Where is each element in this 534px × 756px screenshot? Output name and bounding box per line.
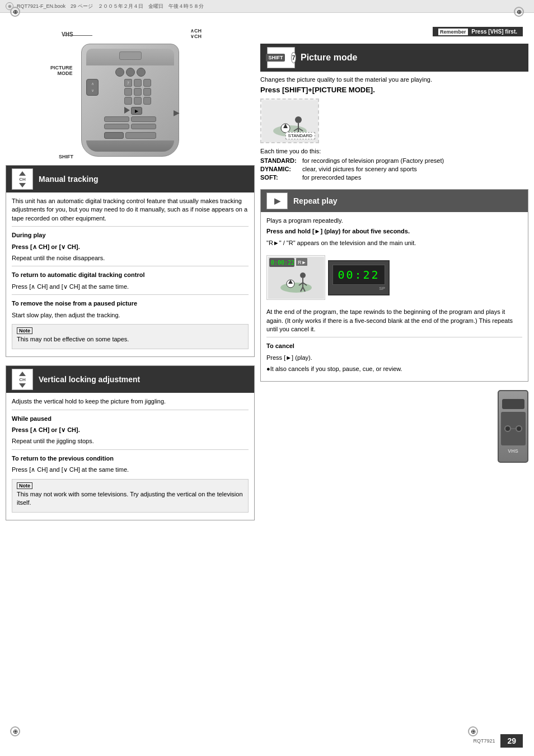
remote-num-6 [143,88,151,96]
picture-mode-section: SHIFT + 7 Picture mode Changes the pictu… [260,44,528,181]
picture-mode-title: Picture mode [301,53,357,63]
corner-mark-top-left-2: ⊕ [10,7,20,17]
repeat-images-row: 0:00:22 R► 00:22 SP [266,251,522,304]
note-text-2: This may not work with some televisions.… [17,490,243,508]
remote-play-button[interactable]: ▶ [131,107,142,115]
picture-mode-instruction: Press [SHIFT]+[PICTURE MODE]. [260,86,528,94]
ch-rocker-icon: CH [12,168,33,190]
divider-vl-2 [12,449,249,450]
return-auto-text: Press [∧ CH] and [∨ CH] at the same time… [12,283,249,291]
remember-label: Remember [438,29,468,35]
remote-num-row-2 [101,88,174,96]
soft-key: SOFT: [260,174,299,181]
remote-wide-btn-2 [131,116,156,122]
ch-rocker-icon-2: CH [12,369,33,390]
while-paused-instruction: Press [∧ CH] or [∨ CH]. [12,426,249,434]
each-time-label: Each time you do this: [260,148,528,154]
remote-num-9 [143,79,151,87]
svg-text:R►: R► [298,260,306,265]
divider-3 [12,294,249,295]
soft-value: for prerecorded tapes [302,174,361,181]
while-paused-note: Repeat until the jiggling stops. [12,437,249,445]
soccer-illustration: STANDARD [260,98,319,143]
cassette-tape [511,428,516,429]
remote-top-button [119,51,142,60]
dynamic-key: DYNAMIC: [260,166,299,172]
vhs-line [64,35,92,36]
remote-num-7: 7 [124,79,132,87]
svg-text:0:00:22: 0:00:22 [271,260,294,266]
display-unit: 00:22 SP [328,260,390,295]
dynamic-value: clear, vivid pictures for scenery and sp… [302,166,417,172]
remote-shift-button[interactable] [104,132,124,139]
remember-text: Press [VHS] first. [471,29,517,35]
standard-value: for recordings of television program (Fa… [302,157,444,164]
picture-mode-desc: Changes the picture quality to suit the … [260,76,528,83]
remote-middle-section: ∧ ∨ 7 [86,79,174,105]
play-icon-box: ▶ [266,192,288,209]
cassette-reel-2 [516,425,522,432]
remote-btn-1 [115,68,124,77]
remote-wide-btn-4 [131,124,156,129]
soccer-repeat-img: 0:00:22 R► [266,255,325,300]
footer: RQT7921 29 [473,734,523,748]
divider-vl-1 [12,410,249,410]
main-layout: VHS ∧CH∨CH PICTUREMODE SHIFT [0,13,534,534]
remote-top [86,49,174,65]
picture-mode-icon: SHIFT + 7 [267,47,295,68]
cancel-instruction: Press [►] (play). [266,354,522,362]
remote-wide-row [86,116,174,122]
cassette-body [501,412,526,445]
remote-shift-row [86,132,174,139]
to-cancel-label: To cancel [266,342,522,350]
page-code: RQT7921 [473,738,495,744]
corner-mark-bottom-left: ⊕ [10,726,20,736]
manual-tracking-note-box: Note This may not be effective on some t… [12,324,249,349]
vhs-cassette-image: VHS [498,390,528,463]
repeat-play-title: Repeat play [293,196,338,205]
remote-wide-row-2 [86,124,174,129]
ch-down-arrow-icon-2 [19,383,26,388]
remember-bar: Remember Press [VHS] first. [433,27,523,36]
vertical-locking-desc: Adjusts the vertical hold to keep the pi… [12,397,249,406]
page-number: 29 [500,734,523,748]
cassette-top [502,399,524,409]
repeat-play-section: ▶ Repeat play Plays a program repeatedly… [260,189,528,382]
vertical-locking-title: Vertical locking adjustment [39,375,140,384]
remove-noise-text: Start slow play, then adjust the trackin… [12,311,249,320]
rp-text: "R►" / "R" appears on the television and… [266,239,522,247]
header-bar: ⊕ RQT7921-F_EN.book 29 ページ ２００５年２月４日 金曜日… [0,0,534,13]
remote-num-4 [124,88,132,96]
remote-num-row-3 [101,97,174,105]
remote-num-1 [124,97,132,105]
standard-row: STANDARD: for recordings of television p… [260,157,528,164]
standard-label: STANDARD [285,132,315,139]
note-text-1: This may not be effective on some tapes. [17,335,243,344]
vertical-locking-body: Adjusts the vertical hold to keep the pi… [6,393,254,520]
repeat-play-desc: Plays a program repeatedly. [266,217,522,225]
picture-mode-table: STANDARD: for recordings of television p… [260,157,528,181]
cassette-reel-1 [504,425,511,432]
shift-icon: SHIFT [266,54,285,62]
corner-mark-top-right: ⊕ [514,7,524,17]
remote-num-8 [134,79,142,87]
cancel-note: ●It also cancels if you stop, pause, cue… [266,365,522,373]
right-column: SHIFT + 7 Picture mode Changes the pictu… [260,44,528,529]
divider-1 [12,226,249,227]
divider-repeat [266,337,522,337]
play-arrow-right: ▶ [174,108,180,117]
vertical-locking-section: CH Vertical locking adjustment Adjusts t… [6,365,255,520]
picture-mode-header: SHIFT + 7 Picture mode [260,44,528,72]
manual-tracking-section: CH Manual tracking This unit has an auto… [6,165,255,357]
file-info: RQT7921-F_EN.book 29 ページ ２００５年２月４日 金曜日 午… [17,3,204,10]
remote-num-5 [134,88,142,96]
divider-2 [12,266,249,266]
picture-mode-remote-label: PICTUREMODE [50,65,73,76]
remote-number-pad: 7 [101,79,174,105]
num-7-icon: 7 [291,52,296,63]
ch-rocker[interactable]: ∧ ∨ [86,79,99,96]
manual-tracking-header: CH Manual tracking [6,166,254,192]
remote-num-3 [143,97,151,105]
remote-control: ∧ ∨ 7 [81,44,179,157]
note-label-1: Note [17,327,32,334]
